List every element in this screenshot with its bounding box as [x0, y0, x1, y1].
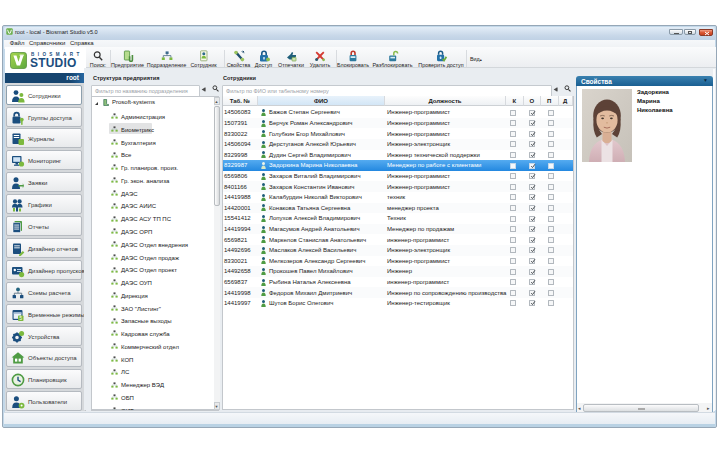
svg-text:5: 5	[19, 315, 22, 320]
